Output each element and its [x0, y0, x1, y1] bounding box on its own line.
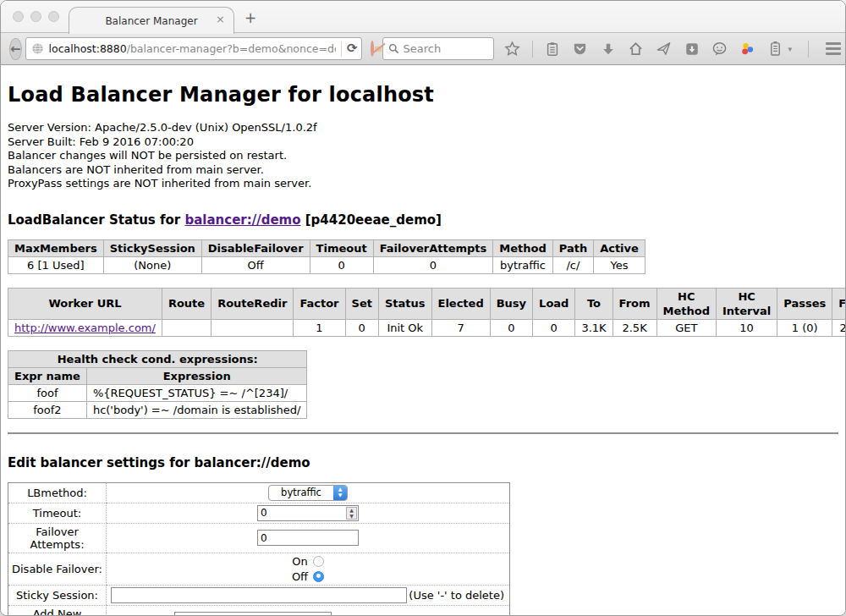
worker-url-link[interactable]: http://www.example.com/ — [14, 322, 156, 334]
failover-attempts-input[interactable] — [257, 530, 359, 546]
url-bar[interactable]: localhost:8880/balancer-manager?b=demo&n… — [25, 37, 362, 60]
pocket-icon[interactable] — [572, 41, 589, 58]
col-status: Status — [378, 288, 431, 319]
battery-icon[interactable] — [767, 41, 784, 58]
col-path: Path — [552, 239, 593, 256]
content-blocked-icon[interactable] — [371, 41, 374, 57]
disable-failover-label: Disable Failover: — [8, 553, 107, 585]
are-you-sure-checkbox[interactable] — [431, 615, 442, 616]
search-input[interactable] — [404, 42, 488, 55]
val-expression-2: hc('body') =~ /domain is established/ — [86, 401, 307, 418]
status-heading: LoadBalancer Status for balancer://demo … — [8, 212, 838, 228]
download-panel-icon[interactable] — [684, 41, 700, 58]
reload-icon[interactable]: ⟳ — [347, 42, 358, 55]
val-passes: 1 (0) — [777, 319, 832, 336]
home-icon[interactable] — [628, 41, 645, 58]
radio-on-label: On — [292, 555, 307, 568]
val-timeout: 0 — [310, 256, 373, 273]
clipboard-icon[interactable] — [544, 41, 561, 58]
chat-smiley-icon[interactable] — [711, 41, 728, 58]
col-busy: Busy — [490, 288, 532, 319]
search-bar[interactable] — [382, 37, 494, 60]
val-hc-method: GET — [656, 319, 716, 336]
val-fails: 2 (0) — [832, 319, 845, 336]
val-routeredir — [212, 319, 294, 336]
are-you-sure-label: Are you sure? — [350, 613, 426, 615]
edit-balancer-form: LBmethod: bytraffic ▲▼ Timeout: ▲▼ — [8, 482, 510, 616]
chevron-down-icon[interactable]: ▾ — [788, 45, 793, 53]
bookmark-star-icon[interactable] — [504, 41, 521, 58]
back-button[interactable]: ← — [9, 38, 22, 60]
toolbar-icons: ▾ — [504, 41, 846, 58]
colored-dots-icon[interactable] — [739, 41, 756, 58]
status-heading-prefix: LoadBalancer Status for — [8, 212, 184, 228]
col-failoverattempts: FailoverAttempts — [373, 239, 493, 256]
val-status: Init Ok — [378, 319, 431, 336]
number-spinner-icon[interactable]: ▲▼ — [346, 507, 357, 520]
downloads-icon[interactable] — [600, 41, 617, 58]
col-route: Route — [162, 288, 211, 319]
lbmethod-select[interactable]: bytraffic ▲▼ — [268, 485, 348, 501]
worker-row: http://www.example.com/ 1 0 Init Ok 7 0 … — [8, 319, 846, 336]
url-path: /balancer-manager?b=demo&nonce=decc37be-… — [127, 42, 336, 55]
server-built: Server Built: Feb 9 2016 07:00:20 — [8, 135, 838, 150]
col-method: Method — [493, 239, 552, 256]
sticky-session-input[interactable] — [111, 587, 407, 603]
menu-icon[interactable] — [825, 41, 842, 58]
url-host: localhost:8880 — [49, 42, 127, 55]
tab-balancer-manager[interactable]: Balancer Manager × — [69, 7, 234, 34]
failover-attempts-label: Failover Attempts: — [8, 523, 107, 553]
lbmethod-label: LBmethod: — [8, 483, 107, 503]
col-set: Set — [345, 288, 378, 319]
edit-settings-heading: Edit balancer settings for balancer://de… — [8, 455, 838, 470]
col-hc-interval: HC Interval — [716, 288, 777, 319]
col-hc-method: HC Method — [656, 288, 716, 319]
val-expr-name-2: foof2 — [8, 401, 87, 418]
server-version: Server Version: Apache/2.5.0-dev (Unix) … — [8, 121, 838, 135]
url-text[interactable]: localhost:8880/balancer-manager?b=demo&n… — [49, 42, 337, 55]
navigation-toolbar: ← localhost:8880/balancer-manager?b=demo… — [1, 33, 845, 65]
col-to: To — [575, 288, 613, 319]
timeout-label: Timeout: — [8, 503, 107, 523]
timeout-input[interactable] — [257, 505, 359, 521]
select-stepper-icon: ▲▼ — [333, 486, 347, 500]
close-window-button[interactable] — [13, 11, 24, 22]
status-heading-suffix: [p4420eeae_demo] — [301, 212, 442, 228]
zoom-window-button[interactable] — [48, 11, 59, 22]
col-from: From — [613, 288, 656, 319]
val-failoverattempts: 0 — [373, 256, 493, 273]
col-disablefailover: DisableFailover — [201, 239, 310, 256]
val-maxmembers: 6 [1 Used] — [8, 256, 104, 273]
close-tab-icon[interactable]: × — [216, 14, 225, 25]
val-method: bytraffic — [493, 256, 552, 273]
worker-table: Worker URL Route RouteRedir Factor Set S… — [8, 288, 845, 337]
lbmethod-selected-value: bytraffic — [269, 486, 333, 500]
col-expr-name: Expr name — [8, 367, 87, 384]
add-new-worker-label: Add New Worker: — [8, 605, 107, 616]
val-factor: 1 — [294, 319, 345, 336]
minimize-window-button[interactable] — [30, 11, 41, 22]
balancer-link[interactable]: balancer://demo — [184, 212, 300, 228]
balancer-status-row: 6 [1 Used] (None) Off 0 0 bytraffic /c/ … — [8, 256, 645, 273]
val-expr-name-1: foof — [8, 384, 87, 401]
balancer-status-table: MaxMembers StickySession DisableFailover… — [8, 239, 645, 274]
val-busy: 0 — [490, 319, 532, 336]
toolbar-divider-2 — [808, 41, 809, 58]
col-timeout: Timeout — [310, 239, 373, 256]
add-new-worker-input[interactable] — [174, 612, 332, 615]
sticky-session-hint: (Use '-' to delete) — [409, 589, 506, 602]
disable-failover-on-radio[interactable] — [313, 556, 324, 567]
val-stickysession: (None) — [103, 256, 201, 273]
val-load: 0 — [533, 319, 575, 336]
new-tab-button[interactable]: + — [244, 11, 256, 25]
paper-plane-icon[interactable] — [656, 41, 673, 58]
val-from: 2.5K — [613, 319, 656, 336]
health-table-title: Health check cond. expressions: — [8, 350, 307, 367]
section-divider — [8, 432, 838, 434]
col-load: Load — [533, 288, 575, 319]
search-icon — [388, 43, 399, 54]
col-routeredir: RouteRedir — [212, 288, 294, 319]
disable-failover-off-radio[interactable] — [313, 571, 324, 582]
val-set: 0 — [345, 319, 378, 336]
val-expression-1: %{REQUEST_STATUS} =~ /^[234]/ — [86, 384, 307, 401]
